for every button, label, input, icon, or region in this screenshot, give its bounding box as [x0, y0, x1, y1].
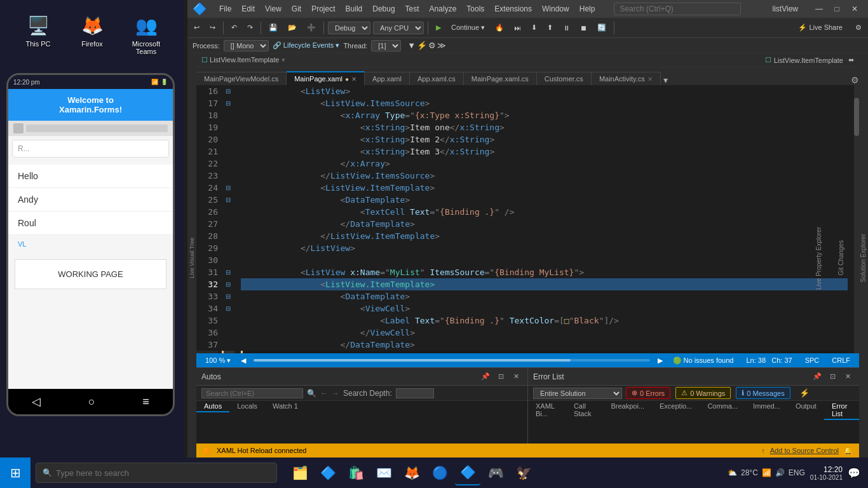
collapse-icon-31[interactable]: ⊟ — [226, 266, 231, 278]
error-warnings-badge[interactable]: ⚠ 0 Warnings — [675, 387, 731, 399]
menu-test[interactable]: Test — [400, 2, 424, 16]
status-zoom[interactable]: 100 % ▾ — [203, 356, 233, 365]
autos-tab-locals[interactable]: Locals — [229, 401, 265, 412]
menu-file[interactable]: File — [214, 2, 236, 16]
taskbar-app-firefox[interactable]: 🦊 — [399, 460, 424, 485]
collapse-icon-32[interactable]: ⊟ — [226, 278, 231, 290]
tb-stop-btn[interactable]: ⏹ — [576, 23, 591, 33]
collapse-icon-25[interactable]: ⊟ — [226, 194, 231, 206]
status-position[interactable]: Ln: 38 Ch: 37 — [743, 356, 794, 365]
error-errors-badge[interactable]: ⊗ 0 Errors — [626, 387, 670, 399]
menu-help[interactable]: Help — [574, 2, 600, 16]
tb-pause-btn[interactable]: ⏸ — [559, 23, 574, 33]
taskbar-app-edge[interactable]: 🔷 — [315, 460, 341, 485]
taskbar-app-store[interactable]: 🛍️ — [343, 460, 369, 485]
menu-analyze[interactable]: Analyze — [424, 2, 462, 16]
error-filter-btn[interactable]: ⚡ — [799, 388, 810, 398]
error-tab-breakpoints[interactable]: Breakpoi... — [603, 401, 652, 420]
taskbar-app-explorer[interactable]: 🗂️ — [287, 460, 313, 485]
autos-nav-back[interactable]: ← — [320, 389, 328, 398]
tab-close-btn[interactable]: ✕ — [351, 76, 356, 83]
tb-debug-dropdown[interactable]: Debug — [328, 22, 370, 34]
error-pin-btn[interactable]: 📌 — [811, 370, 824, 383]
taskbar-clock[interactable]: 12:20 01-10-2021 — [810, 465, 843, 481]
tb-cpu-dropdown[interactable]: Any CPU — [373, 22, 424, 34]
status-encoding[interactable]: CRLF — [829, 356, 853, 365]
autos-close-btn[interactable]: ✕ — [510, 370, 522, 383]
tb-back-btn[interactable]: ↩ — [190, 22, 203, 33]
status-spaces[interactable]: SPC — [803, 356, 822, 365]
tray-action-center[interactable]: 💬 — [848, 467, 860, 479]
vs-code-content[interactable]: <ListView> <ListView.ItemsSource> <x:Arr… — [234, 85, 854, 353]
menu-view[interactable]: View — [260, 2, 287, 16]
tb-step-out[interactable]: ⬆ — [543, 22, 557, 33]
error-scope-dropdown[interactable]: Entire Solution — [533, 388, 622, 399]
taskbar-app-vs[interactable]: 🔷 — [455, 460, 480, 485]
menu-build[interactable]: Build — [341, 2, 368, 16]
menu-tools[interactable]: Tools — [461, 2, 489, 16]
tab-mainpageviewmodel[interactable]: MainPageViewModel.cs — [196, 72, 287, 85]
error-float-btn[interactable]: ⊡ — [826, 370, 839, 383]
vs-search-input[interactable] — [614, 3, 741, 15]
tb-undo-btn[interactable]: ↶ — [227, 22, 241, 33]
tb-save-btn[interactable]: 💾 — [265, 22, 281, 33]
tab-mainactivity-cs[interactable]: MainActivity.cs ✕ — [592, 72, 661, 85]
tab-mainpage-xaml[interactable]: MainPage.xaml ● ✕ — [287, 71, 365, 85]
menu-debug[interactable]: Debug — [367, 2, 400, 16]
menu-git[interactable]: Git — [287, 2, 306, 16]
taskbar-app-unknown2[interactable]: 🦅 — [511, 460, 536, 485]
autos-nav-forward[interactable]: → — [332, 389, 339, 398]
collapse-icon-17[interactable]: ⊟ — [226, 97, 231, 109]
tb-forward-btn[interactable]: ↪ — [206, 22, 219, 33]
phone-home-btn[interactable]: ○ — [88, 395, 95, 409]
vs-scrollbar-v[interactable] — [854, 85, 859, 353]
phone-back-btn[interactable]: ◁ — [32, 395, 41, 409]
collapse-icon-16[interactable]: ⊟ — [226, 85, 231, 97]
vs-minimize-btn[interactable]: — — [811, 3, 827, 15]
start-button[interactable]: ⊞ — [0, 458, 31, 488]
hot-reload-bell[interactable]: 🔔 — [844, 447, 853, 455]
thread-dropdown[interactable]: [1] — [371, 40, 401, 51]
tb-step-over[interactable]: ⏭ — [510, 23, 525, 33]
tb-live-share-btn[interactable]: ⚡ Live Share — [794, 22, 846, 33]
error-tab-immediate[interactable]: Immed... — [745, 401, 788, 420]
live-property-label[interactable]: Live Property Explorer — [814, 222, 824, 295]
tab-app-xaml-cs[interactable]: App.xaml.cs — [410, 72, 464, 85]
error-tab-callstack[interactable]: Call Stack — [566, 401, 604, 420]
error-tab-xamlbi[interactable]: XAML Bi... — [528, 401, 566, 420]
vs-scrollbar-thumb[interactable] — [854, 98, 859, 136]
vs-close-btn[interactable]: ✕ — [846, 3, 863, 15]
autos-tab-autos[interactable]: Autos — [196, 401, 229, 412]
taskbar-app-mail[interactable]: ✉️ — [371, 460, 397, 485]
statusbar-scroll-right[interactable]: ▶ — [658, 356, 663, 365]
statusbar-scroll-left[interactable]: ◀ — [241, 356, 246, 365]
tb-open-btn[interactable]: 📂 — [284, 22, 301, 33]
autos-search-btn[interactable]: 🔍 — [307, 389, 316, 398]
error-tab-errorlist[interactable]: Error List — [824, 401, 859, 420]
autos-pin-btn[interactable]: 📌 — [479, 370, 492, 383]
breadcrumb-expand-btn[interactable]: ⬌ — [848, 56, 854, 64]
tb-continue-label[interactable]: Continue ▾ — [447, 22, 489, 33]
taskbar-search-input[interactable] — [56, 468, 270, 478]
tab-mainactivity-close[interactable]: ✕ — [648, 76, 653, 83]
tab-app-xaml[interactable]: App.xaml — [365, 72, 410, 85]
autos-tab-watch1[interactable]: Watch 1 — [265, 401, 306, 412]
autos-float-btn[interactable]: ⊡ — [494, 370, 507, 383]
taskbar-search-box[interactable]: 🔍 — [36, 463, 277, 483]
collapse-icon-33[interactable]: ⊟ — [226, 290, 231, 302]
error-tab-command[interactable]: Comma... — [700, 401, 745, 420]
collapse-icon-34[interactable]: ⊟ — [226, 302, 231, 315]
tab-customer-cs[interactable]: Customer.cs — [537, 72, 592, 85]
lifecycle-btn[interactable]: 🔗 Lifecycle Events ▾ — [273, 41, 340, 50]
tb-redo-btn[interactable]: ↷ — [243, 22, 257, 33]
tb-hot-btn[interactable]: 🔥 — [491, 22, 508, 33]
solution-explorer-label[interactable]: Solution Explorer — [858, 229, 868, 287]
error-messages-badge[interactable]: ℹ 0 Messages — [736, 387, 790, 399]
tb-continue-btn[interactable]: ▶ — [432, 22, 445, 33]
autos-search-input[interactable] — [201, 388, 303, 398]
error-close-btn[interactable]: ✕ — [841, 370, 854, 383]
desktop-icon-teams[interactable]: 👥 Microsoft Teams — [124, 10, 168, 58]
git-changes-label[interactable]: Git Changes — [836, 235, 846, 281]
breadcrumb-left[interactable]: ☐ ListView.ItemTemplate — [201, 56, 279, 64]
vs-maximize-btn[interactable]: □ — [829, 3, 845, 15]
